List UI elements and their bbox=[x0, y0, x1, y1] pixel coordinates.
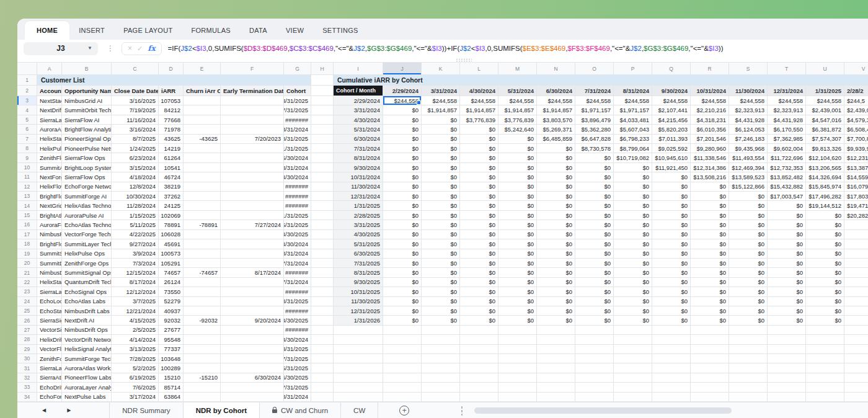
matrix-value-cell[interactable]: $244,558 bbox=[422, 96, 460, 105]
matrix-value-cell[interactable]: $0 bbox=[652, 182, 691, 192]
matrix-value-cell[interactable]: $244,5 bbox=[844, 96, 868, 105]
matrix-value-cell[interactable]: $0 bbox=[383, 163, 422, 172]
matrix-value-cell[interactable]: $0 bbox=[652, 172, 691, 182]
cohort-label-cell[interactable]: 8/31/2024 bbox=[334, 153, 383, 162]
empty-cell[interactable] bbox=[311, 335, 334, 344]
matrix-value-cell[interactable]: $1,914,857 bbox=[498, 105, 537, 115]
matrix-value-cell[interactable]: $0 bbox=[729, 230, 768, 239]
empty-cell[interactable] bbox=[652, 354, 691, 363]
matrix-value-cell[interactable]: $5,362,280 bbox=[575, 125, 614, 134]
left-data-cell[interactable]: ZenithForge Ops bbox=[62, 259, 112, 268]
empty-cell[interactable] bbox=[729, 326, 768, 335]
matrix-value-cell[interactable] bbox=[844, 287, 868, 296]
ribbon-tab-insert[interactable]: INSERT bbox=[69, 21, 114, 40]
empty-cell[interactable] bbox=[768, 354, 806, 363]
empty-cell[interactable] bbox=[614, 393, 652, 402]
matrix-value-cell[interactable]: $244,558 bbox=[614, 96, 652, 105]
matrix-value-cell[interactable]: $0 bbox=[768, 278, 806, 287]
left-data-cell[interactable] bbox=[221, 306, 284, 316]
matrix-value-cell[interactable]: $3,896,479 bbox=[575, 115, 614, 125]
left-data-cell[interactable]: 6/30/2025 bbox=[284, 373, 311, 383]
left-header-cell[interactable]: Early Termination Date bbox=[221, 86, 284, 96]
matrix-value-cell[interactable]: $0 bbox=[691, 230, 729, 239]
matrix-value-cell[interactable]: $3,776,839 bbox=[460, 115, 498, 125]
left-data-cell[interactable]: 5/2/2025 bbox=[112, 363, 159, 373]
left-data-cell[interactable]: HelixPulse Ops bbox=[62, 249, 112, 259]
matrix-value-cell[interactable]: $0 bbox=[383, 182, 422, 192]
matrix-value-cell[interactable]: $2,210,216 bbox=[691, 105, 729, 115]
left-data-cell[interactable]: 3/9/2024 bbox=[112, 249, 159, 259]
left-data-cell[interactable]: 27677 bbox=[159, 326, 184, 335]
empty-cell[interactable] bbox=[311, 373, 334, 383]
matrix-value-cell[interactable] bbox=[844, 297, 868, 306]
matrix-value-cell[interactable]: $0 bbox=[729, 306, 768, 316]
matrix-value-cell[interactable]: $0 bbox=[652, 297, 691, 306]
left-data-cell[interactable]: AuroraAtl bbox=[37, 125, 62, 134]
column-header-M[interactable]: M bbox=[498, 63, 537, 75]
left-data-cell[interactable] bbox=[221, 297, 284, 306]
left-data-cell[interactable]: BrightFlo bbox=[37, 239, 62, 249]
matrix-value-cell[interactable]: $4,547,016 bbox=[806, 115, 844, 125]
empty-cell[interactable] bbox=[768, 363, 806, 373]
left-data-cell[interactable]: 7/31/2025 bbox=[284, 105, 311, 115]
left-data-cell[interactable] bbox=[221, 125, 284, 134]
empty-cell[interactable] bbox=[311, 345, 334, 354]
matrix-value-cell[interactable]: $0 bbox=[460, 135, 498, 144]
matrix-value-cell[interactable]: $0 bbox=[383, 105, 422, 115]
matrix-value-cell[interactable]: $0 bbox=[498, 172, 537, 182]
left-data-cell[interactable] bbox=[221, 144, 284, 153]
matrix-value-cell[interactable]: $0 bbox=[729, 192, 768, 201]
left-data-cell[interactable] bbox=[221, 335, 284, 344]
left-data-cell[interactable]: NimbusD bbox=[37, 268, 62, 277]
matrix-value-cell[interactable]: $0 bbox=[498, 163, 537, 172]
matrix-value-cell[interactable] bbox=[844, 220, 868, 229]
row-number[interactable]: 28 bbox=[17, 335, 37, 344]
empty-cell[interactable] bbox=[652, 345, 691, 354]
matrix-value-cell[interactable]: $0 bbox=[498, 239, 537, 249]
cohort-label-cell[interactable]: 11/30/2025 bbox=[334, 297, 383, 306]
matrix-value-cell[interactable]: $6,010,356 bbox=[691, 125, 729, 134]
matrix-value-cell[interactable]: $0 bbox=[422, 249, 460, 259]
left-data-cell[interactable] bbox=[184, 393, 221, 402]
matrix-value-cell[interactable]: $0 bbox=[652, 230, 691, 239]
chevron-down-icon[interactable]: ▼ bbox=[87, 45, 92, 51]
matrix-value-cell[interactable]: $0 bbox=[575, 259, 614, 268]
left-data-cell[interactable]: SummitSignal Ops bbox=[62, 268, 112, 277]
empty-cell[interactable] bbox=[844, 393, 868, 402]
left-data-cell[interactable]: 7/3/2024 bbox=[112, 259, 159, 268]
left-data-cell[interactable]: 85714 bbox=[159, 383, 184, 392]
matrix-value-cell[interactable]: $15,122,866 bbox=[729, 182, 768, 192]
empty-cell[interactable] bbox=[844, 335, 868, 344]
month-header-cell[interactable]: 12/31/2024 bbox=[768, 86, 806, 96]
left-data-cell[interactable]: 7/28/2025 bbox=[112, 354, 159, 363]
empty-cell[interactable] bbox=[806, 363, 844, 373]
empty-cell[interactable] bbox=[806, 373, 844, 383]
matrix-value-cell[interactable]: $20,282,3 bbox=[844, 211, 868, 220]
matrix-value-cell[interactable]: $0 bbox=[422, 287, 460, 296]
left-data-cell[interactable]: 3/13/2025 bbox=[112, 345, 159, 354]
empty-cell[interactable] bbox=[311, 230, 334, 239]
left-data-cell[interactable]: 11/28/2024 bbox=[112, 201, 159, 210]
empty-cell[interactable] bbox=[460, 335, 498, 344]
cohort-label-cell[interactable]: 7/31/2025 bbox=[334, 259, 383, 268]
left-data-cell[interactable]: VectorFlo bbox=[37, 345, 62, 354]
column-header-L[interactable]: L bbox=[460, 63, 498, 75]
matrix-value-cell[interactable]: $5,269,371 bbox=[537, 125, 575, 134]
matrix-value-cell[interactable]: $0 bbox=[729, 316, 768, 325]
matrix-value-cell[interactable]: $0 bbox=[460, 201, 498, 210]
row-number[interactable]: 13 bbox=[17, 192, 37, 201]
matrix-value-cell[interactable]: $0 bbox=[422, 259, 460, 268]
row-number[interactable]: 14 bbox=[17, 201, 37, 210]
month-header-cell[interactable]: 8/31/2024 bbox=[614, 86, 652, 96]
empty-cell[interactable] bbox=[806, 393, 844, 402]
left-data-cell[interactable]: 3/31/2025 bbox=[284, 297, 311, 306]
left-data-cell[interactable]: HelixPuls bbox=[37, 144, 62, 153]
matrix-value-cell[interactable]: $0 bbox=[498, 306, 537, 316]
matrix-value-cell[interactable]: $0 bbox=[768, 211, 806, 220]
matrix-value-cell[interactable]: $0 bbox=[614, 172, 652, 182]
row-number[interactable]: 16 bbox=[17, 220, 37, 229]
matrix-value-cell[interactable]: $0 bbox=[575, 249, 614, 259]
left-data-cell[interactable] bbox=[221, 163, 284, 172]
matrix-value-cell[interactable]: $6,381,872 bbox=[806, 125, 844, 134]
matrix-value-cell[interactable]: $0 bbox=[460, 211, 498, 220]
